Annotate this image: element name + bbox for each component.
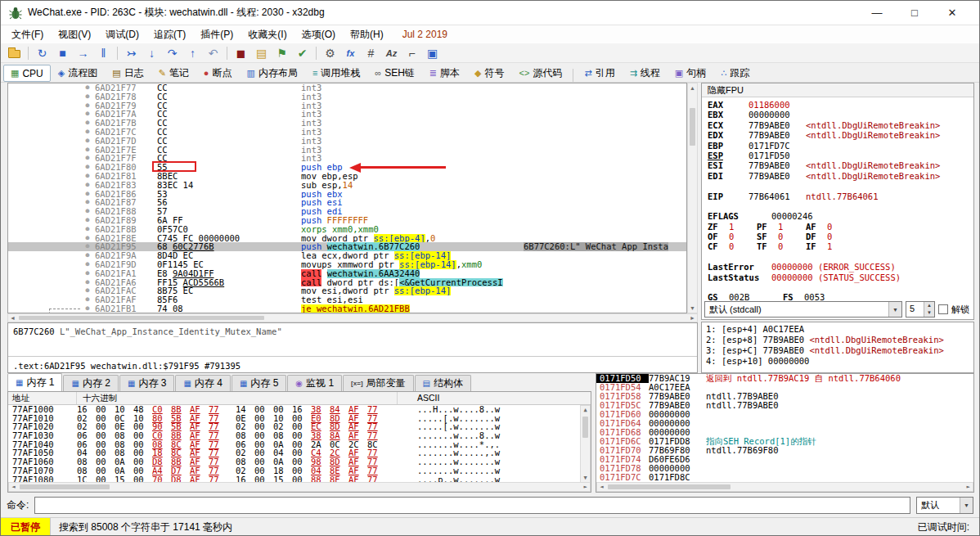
breakpoint-gutter[interactable]: ● bbox=[80, 304, 95, 313]
step-into-button[interactable]: ↓ bbox=[142, 44, 162, 61]
scroll-up-arrow[interactable]: ▲ bbox=[688, 83, 697, 92]
register-row[interactable]: ESP0171FD50 bbox=[702, 151, 973, 160]
breakpoint-gutter[interactable]: ● bbox=[80, 83, 95, 92]
breakpoint-gutter[interactable]: ● bbox=[80, 154, 95, 163]
register-row[interactable]: LastStatus00000000 (STATUS_SUCCESS) bbox=[702, 273, 973, 282]
patches-button[interactable]: ✔ bbox=[292, 44, 312, 61]
argument-row[interactable]: 2: [esp+8] 77B9ABE0 <ntdll.DbgUiRemoteBr… bbox=[706, 335, 969, 345]
breakpoint-gutter[interactable]: ● bbox=[80, 110, 95, 119]
menu-item[interactable]: 追踪(T) bbox=[146, 25, 193, 43]
breakpoint-gutter[interactable]: ● bbox=[80, 137, 95, 146]
breakpoint-gutter[interactable]: ● bbox=[80, 163, 95, 172]
scroll-thumb[interactable] bbox=[582, 417, 588, 438]
breakpoint-gutter[interactable]: ● bbox=[80, 92, 95, 101]
scroll-thumb[interactable] bbox=[690, 108, 695, 146]
maximize-button[interactable]: □ bbox=[896, 7, 933, 19]
register-row[interactable] bbox=[702, 201, 973, 211]
tab-memory-map[interactable]: ▥内存布局 bbox=[240, 65, 305, 82]
tab-dump-1[interactable]: ▦内存 1 bbox=[7, 373, 62, 391]
run-button[interactable]: → bbox=[73, 44, 93, 61]
tab-dump-4[interactable]: ▦内存 4 bbox=[175, 375, 230, 391]
register-row[interactable]: EIP77B64061ntdll.77B64061 bbox=[702, 191, 973, 201]
scroll-left-arrow[interactable]: ◄ bbox=[597, 483, 606, 491]
stack-horizontal-scrollbar[interactable]: ◄ ► bbox=[596, 482, 973, 492]
register-row[interactable]: ESI77B9ABE0<ntdll.DbgUiRemoteBreakin> bbox=[702, 160, 973, 170]
scroll-down-arrow[interactable]: ▼ bbox=[688, 304, 697, 313]
step-back-button[interactable]: ↶ bbox=[203, 44, 223, 61]
arguments-panel[interactable]: 1: [esp+4] A0C17EEA2: [esp+8] 77B9ABE0 <… bbox=[701, 322, 974, 373]
breakpoint-gutter[interactable]: ● bbox=[80, 146, 95, 155]
breakpoint-gutter[interactable]: ● bbox=[80, 128, 95, 137]
tab-threads[interactable]: ⇉线程 bbox=[623, 65, 668, 82]
register-row[interactable]: EFLAGS00000246 bbox=[702, 211, 973, 221]
scroll-right-arrow[interactable]: ► bbox=[688, 314, 697, 322]
scroll-left-arrow[interactable]: ◄ bbox=[9, 483, 18, 491]
register-row[interactable] bbox=[702, 181, 973, 191]
register-row[interactable]: CF0TF0IF1 bbox=[702, 241, 973, 251]
scroll-left-arrow[interactable]: ◄ bbox=[8, 314, 17, 322]
log-window-button[interactable]: ▤ bbox=[251, 44, 272, 61]
register-row[interactable] bbox=[702, 252, 973, 262]
breakpoint-gutter[interactable]: ● bbox=[80, 101, 95, 110]
register-row[interactable]: LastError00000000 (ERROR_SUCCESS) bbox=[702, 262, 973, 272]
tab-cpu[interactable]: ▦CPU bbox=[3, 65, 51, 82]
scroll-thumb[interactable] bbox=[608, 484, 731, 489]
tab-script[interactable]: ≣脚本 bbox=[422, 65, 467, 82]
tab-dump-5[interactable]: ▦内存 5 bbox=[232, 375, 286, 391]
command-input[interactable] bbox=[34, 497, 910, 514]
breakpoint-gutter[interactable]: ● bbox=[80, 234, 95, 243]
breakpoint-gutter[interactable]: ● bbox=[80, 251, 95, 260]
breakpoint-gutter[interactable]: ● bbox=[80, 181, 95, 190]
tab-symbols[interactable]: ◆符号 bbox=[467, 65, 511, 82]
breakpoint-gutter[interactable]: ● bbox=[80, 190, 95, 199]
hide-fpu-button[interactable]: 隐藏FPU bbox=[702, 83, 973, 97]
register-row[interactable]: EBP0171FD7C bbox=[702, 141, 973, 151]
stop-button[interactable]: ■ bbox=[52, 44, 73, 61]
disasm-row[interactable]: ●6AD21F8383EC 14sub esp,14 bbox=[8, 181, 686, 190]
tab-breakpoints[interactable]: ●断点 bbox=[196, 65, 240, 82]
disasm-row[interactable]: ●6AD21F7DCCint3 bbox=[8, 137, 686, 146]
dump-horizontal-scrollbar[interactable]: ◄ ► bbox=[8, 482, 591, 492]
disasm-row[interactable]: ●6AD21FA1E8 9A04D1FFcall wechatwin.6AA32… bbox=[8, 269, 686, 278]
menu-item[interactable]: 插件(P) bbox=[193, 25, 241, 43]
tab-graph[interactable]: ◈流程图 bbox=[51, 65, 105, 82]
stack-view[interactable]: 0171FD5077B9AC19返回到 ntdll.77B9AC19 自 ntd… bbox=[596, 373, 974, 493]
pause-button[interactable]: ‖ bbox=[93, 44, 114, 61]
breakpoint-gutter[interactable]: ● bbox=[80, 216, 95, 225]
disasm-row[interactable]: ●6AD21F8B0F57C0xorps xmm0,xmm0 bbox=[8, 225, 686, 234]
breakpoint-gutter[interactable]: ● bbox=[80, 242, 95, 251]
tab-dump-2[interactable]: ▦内存 2 bbox=[63, 375, 118, 391]
breakpoint-gutter[interactable]: ● bbox=[80, 198, 95, 207]
calculator-fx-button[interactable]: fx bbox=[340, 44, 361, 61]
breakpoint-gutter[interactable]: ● bbox=[80, 286, 95, 295]
tab-struct[interactable]: ▤结构体 bbox=[415, 375, 471, 391]
breakpoint-gutter[interactable]: ● bbox=[80, 269, 95, 278]
close-button[interactable]: ✕ bbox=[933, 7, 971, 19]
minimize-button[interactable]: — bbox=[858, 7, 896, 19]
shortcuts-button[interactable]: # bbox=[361, 44, 381, 61]
menu-item[interactable]: 收藏夹(I) bbox=[241, 25, 294, 43]
register-row[interactable]: EDX77B9ABE0<ntdll.DbgUiRemoteBreakin> bbox=[702, 130, 973, 140]
scroll-right-arrow[interactable]: ► bbox=[964, 483, 973, 491]
tab-handles[interactable]: ▣句柄 bbox=[668, 65, 713, 82]
scroll-up-arrow[interactable]: ▲ bbox=[581, 406, 590, 415]
favourites-button[interactable]: ⚑ bbox=[272, 44, 292, 61]
topmost-button[interactable]: ⌐ bbox=[402, 44, 422, 61]
disassembly-horizontal-scrollbar[interactable]: ◄ ► bbox=[7, 313, 698, 322]
disasm-row[interactable]: ●6AD21FB174 08je wechatwin.6AD21FBB bbox=[8, 304, 686, 313]
tab-notes[interactable]: ✎笔记 bbox=[151, 65, 196, 82]
menu-item[interactable]: 选项(O) bbox=[294, 25, 343, 43]
tab-call-stack[interactable]: ≡调用堆栈 bbox=[305, 65, 367, 82]
step-over-button[interactable]: ↷ bbox=[162, 44, 182, 61]
tab-watch-1[interactable]: ◉监视 1 bbox=[287, 375, 342, 391]
argument-row[interactable]: 4: [esp+10] 00000000 bbox=[706, 356, 969, 367]
tab-dump-3[interactable]: ▦内存 3 bbox=[119, 375, 174, 391]
dump-vertical-scrollbar[interactable]: ▲ ▼ bbox=[580, 405, 591, 484]
open-file-button[interactable] bbox=[4, 44, 25, 61]
disasm-row[interactable]: ●6AD21F78CCint3 bbox=[8, 92, 686, 101]
tab-source[interactable]: <>源代码 bbox=[512, 65, 570, 82]
register-row[interactable]: ZF1PF1AF0 bbox=[702, 222, 973, 232]
execute-till-return-button[interactable]: ↑ bbox=[182, 44, 203, 61]
dump-row[interactable]: 77AF107008000A00A4D7AF7702001800048EAF77… bbox=[8, 466, 591, 475]
register-row[interactable]: EAX01186000 bbox=[702, 100, 973, 110]
